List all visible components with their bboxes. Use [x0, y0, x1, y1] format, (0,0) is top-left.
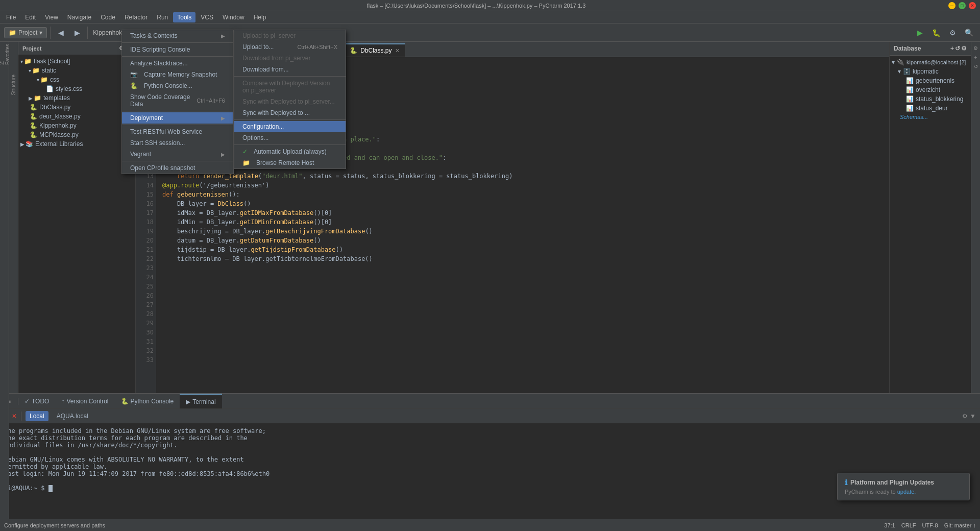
- menu-window[interactable]: Window: [218, 12, 249, 22]
- menu-help[interactable]: Help: [250, 12, 271, 22]
- db-item-status-deur[interactable]: 📊 status_deur: [890, 104, 971, 113]
- db-settings-icon[interactable]: ⚙: [961, 45, 967, 52]
- db-item-connection[interactable]: ▾ 🔌 kipomatic@localhost [2]: [890, 58, 971, 67]
- menu-python-console[interactable]: 🐍 Python Console...: [122, 80, 233, 91]
- deploy-download-from[interactable]: Download from...: [234, 64, 346, 75]
- menu-tasks-contexts[interactable]: Tasks & Contexts: [122, 30, 233, 41]
- terminal-panel: + ✕ Local AQUA.local ⚙ ▼ The programs in…: [0, 408, 980, 519]
- close-button[interactable]: ✕: [969, 2, 976, 9]
- project-icon: 📁: [9, 29, 16, 36]
- deploy-download-pi-label: Download from pi_server: [242, 55, 310, 62]
- deploy-upload-to[interactable]: Upload to... Ctrl+Alt+Shift+X: [234, 41, 346, 53]
- tree-templates[interactable]: ▶ 📁 templates: [18, 93, 135, 103]
- db-item-status-blokkering[interactable]: 📊 status_blokkering: [890, 94, 971, 104]
- tree-kippenhok[interactable]: 🐍 Kippenhok.py: [18, 121, 135, 130]
- tree-dbclass[interactable]: 🐍 DbClass.py: [18, 103, 135, 112]
- version-control-icon: ↑: [61, 398, 64, 405]
- db-item-overzicht[interactable]: 📊 overzicht: [890, 85, 971, 94]
- tree-label-static: static: [42, 67, 56, 74]
- menu-vagrant[interactable]: Vagrant: [122, 149, 233, 160]
- forward-button[interactable]: ▶: [70, 26, 84, 40]
- structure-button[interactable]: Structure: [9, 73, 18, 98]
- tree-flask-root[interactable]: ▾ 📁 flask [School]: [18, 57, 135, 66]
- menu-capture-memory-snapshot[interactable]: 📷 Capture Memory Snapshot: [122, 69, 233, 80]
- menu-edit[interactable]: Edit: [21, 12, 40, 22]
- auto-upload-check: ✓: [242, 148, 248, 155]
- menu-view[interactable]: View: [41, 12, 62, 22]
- bottom-tab-version-control[interactable]: ↑ Version Control: [55, 394, 114, 408]
- python-console-menu-label: Python Console...: [144, 82, 192, 89]
- tree-css[interactable]: ▾ 📁 css: [18, 75, 135, 84]
- deploy-auto-upload[interactable]: ✓ Automatic Upload (always): [234, 146, 346, 157]
- panel-icon-1[interactable]: ⚙: [972, 44, 980, 52]
- tools-dropdown-menu: Tasks & Contexts IDE Scripting Console A…: [121, 30, 234, 174]
- menu-vcs[interactable]: VCS: [197, 12, 217, 22]
- db-refresh-icon[interactable]: ↺: [955, 45, 960, 52]
- tree-external-libs[interactable]: ▶ 📚 External Libraries: [18, 139, 135, 149]
- menu-navigate[interactable]: Navigate: [63, 12, 95, 22]
- menu-start-ssh[interactable]: Start SSH session...: [122, 137, 233, 149]
- tab-close-dbclass-py[interactable]: ✕: [395, 47, 400, 54]
- maximize-button[interactable]: □: [959, 2, 966, 9]
- notification-icon: ℹ: [845, 478, 847, 487]
- menu-deployment[interactable]: Deployment: [122, 112, 233, 124]
- tree-styles-css[interactable]: 📄 styles.css: [18, 84, 135, 93]
- debug-button[interactable]: 🐛: [929, 26, 943, 40]
- tree-deur-klasse[interactable]: 🐍 deur_klasse.py: [18, 112, 135, 121]
- db-item-kipomatic[interactable]: ▾ 🗄️ kipomatic: [890, 67, 971, 76]
- settings-button[interactable]: ⚙: [945, 26, 960, 40]
- tree-label-dbclass: DbClass.py: [39, 104, 70, 111]
- terminal-tab-aqua[interactable]: AQUA.local: [53, 411, 92, 421]
- tree-mcpklasse[interactable]: 🐍 MCPklasse.py: [18, 130, 135, 139]
- menu-tools[interactable]: Tools: [173, 12, 195, 22]
- terminal-close-button[interactable]: ✕: [12, 413, 17, 420]
- db-add-icon[interactable]: +: [950, 45, 954, 52]
- deploy-configuration[interactable]: Configuration...: [234, 121, 346, 132]
- bottom-tab-terminal[interactable]: ▶ Terminal: [180, 394, 222, 408]
- menu-divider-4: [122, 125, 233, 125]
- project-selector[interactable]: 📁 Project ▾: [4, 27, 47, 38]
- menu-analyze-stacktrace[interactable]: Analyze Stacktrace...: [122, 58, 233, 69]
- menu-show-code-coverage[interactable]: Show Code Coverage Data Ctrl+Alt+F6: [122, 91, 233, 110]
- back-button[interactable]: ◀: [54, 26, 68, 40]
- bottom-tab-todo[interactable]: ✓ TODO: [18, 394, 55, 408]
- deploy-sync-to[interactable]: Sync with Deployed to ...: [234, 107, 346, 118]
- tree-static[interactable]: ▾ 📁 static: [18, 66, 135, 75]
- minimize-button[interactable]: ─: [948, 2, 955, 9]
- db-item-gebeurtenenis[interactable]: 📊 gebeurtenenis: [890, 76, 971, 85]
- menu-test-restful[interactable]: Test RESTful Web Service: [122, 126, 233, 137]
- bottom-tab-python-console[interactable]: 🐍 Python Console: [115, 394, 180, 408]
- menu-code[interactable]: Code: [96, 12, 119, 22]
- deploy-options[interactable]: Options...: [234, 132, 346, 143]
- python-console-icon-menu: 🐍: [130, 82, 138, 89]
- menu-ide-scripting-console[interactable]: IDE Scripting Console: [122, 44, 233, 55]
- terminal-content[interactable]: The programs included in the Debian GNU/…: [0, 423, 980, 519]
- db-kipomatic-arrow: ▾: [898, 68, 901, 75]
- deploy-browse-remote[interactable]: 📁 Browse Remote Host: [234, 157, 346, 168]
- version-control-label: Version Control: [66, 398, 108, 405]
- panel-icon-3[interactable]: ↺: [972, 62, 980, 70]
- menu-run[interactable]: Run: [153, 12, 172, 22]
- panel-icon-2[interactable]: +: [972, 53, 980, 61]
- tab-dbclass-py[interactable]: 🐍 DbClass.py ✕: [345, 43, 405, 57]
- tree-label-templates: templates: [43, 94, 70, 102]
- notification-update-link[interactable]: update.: [897, 489, 916, 495]
- deploy-download-from-label: Download from...: [242, 66, 289, 73]
- db-item-schemas[interactable]: Schemas...: [890, 113, 971, 121]
- menu-refactor[interactable]: Refactor: [120, 12, 152, 22]
- menu-open-cprofile[interactable]: Open CProfile snapshot: [122, 162, 233, 174]
- test-restful-label: Test RESTful Web Service: [130, 128, 202, 135]
- db-table-icon-status-deur: 📊: [906, 105, 914, 112]
- status-right: 37:1 CRLF UTF-8 Git: master ↑: [884, 522, 976, 528]
- terminal-separator: [21, 412, 21, 421]
- search-everywhere-button[interactable]: 🔍: [962, 26, 976, 40]
- run-button[interactable]: ▶: [913, 26, 927, 40]
- capture-memory-icon: 📷: [130, 71, 138, 78]
- terminal-tab-local[interactable]: Local: [26, 411, 48, 421]
- terminal-hide-icon[interactable]: ▼: [970, 413, 976, 420]
- tab-icon-dbclass-py: 🐍: [350, 47, 357, 54]
- menu-divider-2: [122, 56, 233, 57]
- menu-file[interactable]: File: [2, 12, 20, 22]
- terminal-settings-icon[interactable]: ⚙: [962, 413, 968, 420]
- favorites-button[interactable]: 2: Favorites: [1, 44, 9, 64]
